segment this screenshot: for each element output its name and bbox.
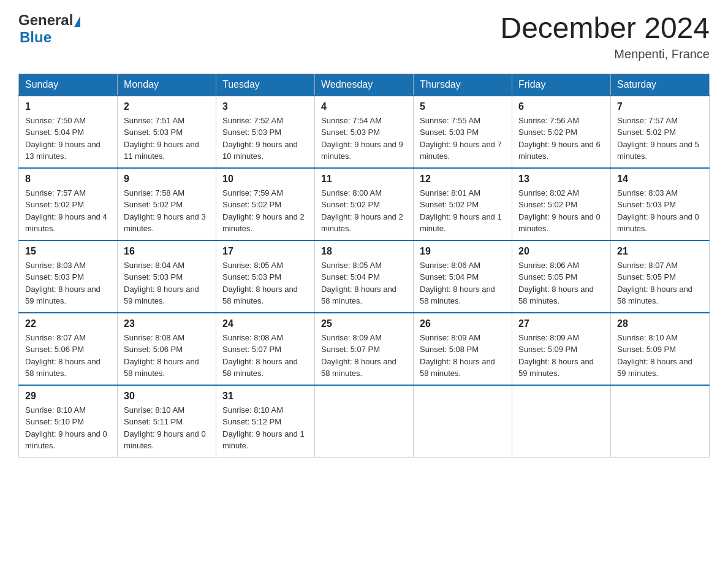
table-row: 10 Sunrise: 7:59 AM Sunset: 5:02 PM Dayl… [216,168,315,240]
day-info: Sunrise: 7:57 AM Sunset: 5:02 PM Dayligh… [25,187,111,235]
table-row: 25 Sunrise: 8:09 AM Sunset: 5:07 PM Dayl… [315,313,414,385]
day-info: Sunrise: 7:51 AM Sunset: 5:03 PM Dayligh… [124,115,210,163]
day-info: Sunrise: 8:03 AM Sunset: 5:03 PM Dayligh… [617,187,703,235]
table-row [611,385,710,458]
day-number: 14 [617,174,703,185]
day-number: 28 [617,318,703,329]
table-row [512,385,611,458]
day-info: Sunrise: 8:09 AM Sunset: 5:09 PM Dayligh… [518,332,604,380]
week-row-3: 15 Sunrise: 8:03 AM Sunset: 5:03 PM Dayl… [19,240,710,313]
table-row: 15 Sunrise: 8:03 AM Sunset: 5:03 PM Dayl… [19,240,118,313]
table-row: 3 Sunrise: 7:52 AM Sunset: 5:03 PM Dayli… [216,96,315,168]
day-number: 13 [518,174,604,185]
col-tuesday: Tuesday [216,74,315,96]
day-number: 4 [321,101,407,112]
table-row: 9 Sunrise: 7:58 AM Sunset: 5:02 PM Dayli… [118,168,216,240]
day-info: Sunrise: 8:10 AM Sunset: 5:10 PM Dayligh… [25,404,111,452]
table-row: 13 Sunrise: 8:02 AM Sunset: 5:02 PM Dayl… [512,168,611,240]
day-number: 8 [25,174,111,185]
day-info: Sunrise: 8:10 AM Sunset: 5:12 PM Dayligh… [222,404,308,452]
day-info: Sunrise: 7:55 AM Sunset: 5:03 PM Dayligh… [420,115,506,163]
day-number: 23 [124,318,210,329]
day-number: 11 [321,174,407,185]
table-row: 16 Sunrise: 8:04 AM Sunset: 5:03 PM Dayl… [118,240,216,313]
day-info: Sunrise: 8:05 AM Sunset: 5:03 PM Dayligh… [222,259,308,307]
day-number: 20 [518,246,604,257]
week-row-4: 22 Sunrise: 8:07 AM Sunset: 5:06 PM Dayl… [19,313,710,385]
day-number: 5 [420,101,506,112]
day-number: 6 [518,101,604,112]
table-row: 26 Sunrise: 8:09 AM Sunset: 5:08 PM Dayl… [414,313,512,385]
day-number: 10 [222,174,308,185]
day-number: 1 [25,101,111,112]
table-row: 27 Sunrise: 8:09 AM Sunset: 5:09 PM Dayl… [512,313,611,385]
table-row: 2 Sunrise: 7:51 AM Sunset: 5:03 PM Dayli… [118,96,216,168]
day-info: Sunrise: 7:54 AM Sunset: 5:03 PM Dayligh… [321,115,407,163]
calendar-table: Sunday Monday Tuesday Wednesday Thursday… [18,74,710,458]
table-row: 28 Sunrise: 8:10 AM Sunset: 5:09 PM Dayl… [611,313,710,385]
col-monday: Monday [118,74,216,96]
day-info: Sunrise: 8:01 AM Sunset: 5:02 PM Dayligh… [420,187,506,235]
table-row: 4 Sunrise: 7:54 AM Sunset: 5:03 PM Dayli… [315,96,414,168]
table-row: 12 Sunrise: 8:01 AM Sunset: 5:02 PM Dayl… [414,168,512,240]
table-row: 17 Sunrise: 8:05 AM Sunset: 5:03 PM Dayl… [216,240,315,313]
table-row: 7 Sunrise: 7:57 AM Sunset: 5:02 PM Dayli… [611,96,710,168]
table-row [414,385,512,458]
day-info: Sunrise: 8:08 AM Sunset: 5:07 PM Dayligh… [222,332,308,380]
logo-triangle [74,16,80,27]
day-number: 15 [25,246,111,257]
day-number: 2 [124,101,210,112]
week-row-1: 1 Sunrise: 7:50 AM Sunset: 5:04 PM Dayli… [19,96,710,168]
logo: General Blue [18,12,80,45]
day-info: Sunrise: 8:10 AM Sunset: 5:11 PM Dayligh… [124,404,210,452]
day-info: Sunrise: 7:57 AM Sunset: 5:02 PM Dayligh… [617,115,703,163]
day-info: Sunrise: 8:02 AM Sunset: 5:02 PM Dayligh… [518,187,604,235]
day-info: Sunrise: 8:06 AM Sunset: 5:04 PM Dayligh… [420,259,506,307]
table-row: 20 Sunrise: 8:06 AM Sunset: 5:05 PM Dayl… [512,240,611,313]
location: Menpenti, France [500,47,710,61]
table-row: 22 Sunrise: 8:07 AM Sunset: 5:06 PM Dayl… [19,313,118,385]
day-number: 7 [617,101,703,112]
col-wednesday: Wednesday [315,74,414,96]
day-info: Sunrise: 8:03 AM Sunset: 5:03 PM Dayligh… [25,259,111,307]
day-info: Sunrise: 8:09 AM Sunset: 5:08 PM Dayligh… [420,332,506,380]
day-number: 25 [321,318,407,329]
day-number: 30 [124,391,210,402]
col-friday: Friday [512,74,611,96]
day-number: 27 [518,318,604,329]
table-row: 6 Sunrise: 7:56 AM Sunset: 5:02 PM Dayli… [512,96,611,168]
day-info: Sunrise: 8:07 AM Sunset: 5:06 PM Dayligh… [25,332,111,380]
day-info: Sunrise: 7:50 AM Sunset: 5:04 PM Dayligh… [25,115,111,163]
table-row [315,385,414,458]
day-number: 3 [222,101,308,112]
table-row: 29 Sunrise: 8:10 AM Sunset: 5:10 PM Dayl… [19,385,118,458]
day-info: Sunrise: 7:56 AM Sunset: 5:02 PM Dayligh… [518,115,604,163]
table-row: 30 Sunrise: 8:10 AM Sunset: 5:11 PM Dayl… [118,385,216,458]
table-row: 18 Sunrise: 8:05 AM Sunset: 5:04 PM Dayl… [315,240,414,313]
table-row: 11 Sunrise: 8:00 AM Sunset: 5:02 PM Dayl… [315,168,414,240]
day-info: Sunrise: 8:06 AM Sunset: 5:05 PM Dayligh… [518,259,604,307]
table-row: 1 Sunrise: 7:50 AM Sunset: 5:04 PM Dayli… [19,96,118,168]
day-info: Sunrise: 8:08 AM Sunset: 5:06 PM Dayligh… [124,332,210,380]
day-number: 22 [25,318,111,329]
page-header: General Blue December 2024 Menpenti, Fra… [18,12,710,61]
table-row: 19 Sunrise: 8:06 AM Sunset: 5:04 PM Dayl… [414,240,512,313]
day-info: Sunrise: 7:52 AM Sunset: 5:03 PM Dayligh… [222,115,308,163]
day-number: 16 [124,246,210,257]
day-info: Sunrise: 7:58 AM Sunset: 5:02 PM Dayligh… [124,187,210,235]
week-row-5: 29 Sunrise: 8:10 AM Sunset: 5:10 PM Dayl… [19,385,710,458]
month-title: December 2024 [500,12,710,45]
table-row: 31 Sunrise: 8:10 AM Sunset: 5:12 PM Dayl… [216,385,315,458]
day-number: 24 [222,318,308,329]
day-number: 18 [321,246,407,257]
day-number: 31 [222,391,308,402]
title-block: December 2024 Menpenti, France [500,12,710,61]
day-number: 21 [617,246,703,257]
logo-blue: Blue [20,29,51,45]
day-number: 9 [124,174,210,185]
week-row-2: 8 Sunrise: 7:57 AM Sunset: 5:02 PM Dayli… [19,168,710,240]
logo-general: General [18,12,73,28]
table-row: 14 Sunrise: 8:03 AM Sunset: 5:03 PM Dayl… [611,168,710,240]
day-info: Sunrise: 8:10 AM Sunset: 5:09 PM Dayligh… [617,332,703,380]
table-row: 23 Sunrise: 8:08 AM Sunset: 5:06 PM Dayl… [118,313,216,385]
